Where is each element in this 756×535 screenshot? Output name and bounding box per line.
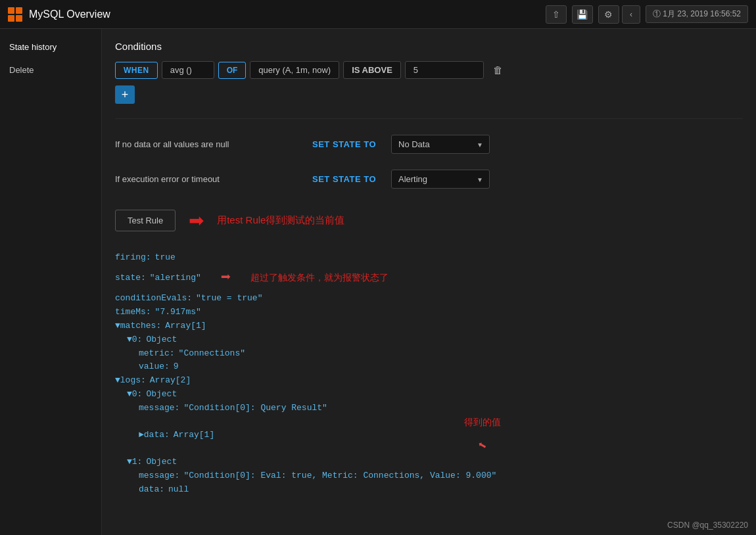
- share-button[interactable]: ⇧: [546, 5, 567, 24]
- app-logo: [8, 7, 22, 22]
- code-line-data-row: ►data: Array[1] 得到的值 ➡: [115, 415, 743, 456]
- sidebar: State history Delete: [0, 29, 102, 535]
- trash-icon: 🗑: [493, 64, 503, 76]
- code-line-condition-evals: conditionEvals: "true = true": [115, 292, 743, 306]
- back-button[interactable]: ‹: [622, 5, 640, 24]
- when-tag: WHEN: [115, 62, 158, 79]
- watermark: CSDN @qq_35302220: [667, 521, 748, 530]
- content-area: Conditions WHEN avg () OF query (A, 1m, …: [102, 29, 756, 535]
- value-annotation-block: 得到的值 ➡: [464, 415, 501, 456]
- save-button[interactable]: 💾: [572, 5, 593, 24]
- code-line-message-1: message: "Condition[0]: Eval: true, Metr…: [115, 469, 743, 483]
- chevron-left-icon: ‹: [630, 10, 632, 19]
- topbar: MySQL Overview ⇧ 💾 ⚙ ‹ ① 1月 23, 2019 16:…: [0, 0, 756, 29]
- share-icon: ⇧: [552, 9, 560, 20]
- main-layout: State history Delete Conditions WHEN avg…: [0, 29, 756, 535]
- no-data-dropdown-wrapper: No Data Alerting Keep State OK: [391, 135, 490, 154]
- execution-error-dropdown[interactable]: No Data Alerting Keep State OK: [391, 170, 490, 189]
- code-line-data: ►data: Array[1]: [139, 429, 214, 442]
- code-line-message-0: message: "Condition[0]: Query Result": [115, 402, 743, 415]
- topbar-actions: ⇧ 💾 ⚙: [546, 5, 619, 24]
- plus-icon: +: [122, 88, 129, 102]
- conditions-title: Conditions: [115, 41, 743, 52]
- sidebar-item-state-history[interactable]: State history: [0, 35, 101, 58]
- arrow-value-icon: ➡: [473, 432, 492, 456]
- add-condition-button[interactable]: +: [115, 85, 135, 104]
- no-data-label: If no data or all values are null: [115, 139, 312, 149]
- of-tag: OF: [218, 62, 247, 79]
- condition-row: WHEN avg () OF query (A, 1m, now) IS ABO…: [115, 61, 743, 79]
- delete-condition-button[interactable]: 🗑: [488, 62, 508, 78]
- arrow-state-icon: ➡: [221, 265, 231, 292]
- arrow-right-icon: ➡: [189, 212, 204, 230]
- no-data-state-row: If no data or all values are null SET ST…: [115, 129, 743, 159]
- code-line-state-row: state: "alerting" ➡ 超过了触发条件，就为报警状态了: [115, 265, 743, 292]
- page-title: MySQL Overview: [29, 9, 110, 20]
- gear-icon: ⚙: [604, 9, 613, 20]
- test-rule-button[interactable]: Test Rule: [115, 210, 176, 231]
- test-rule-section: Test Rule ➡ 用test Rule得到测试的当前值: [115, 210, 743, 231]
- set-state-label-1: SET STATE TO: [312, 139, 391, 149]
- test-rule-annotation: 用test Rule得到测试的当前值: [217, 214, 344, 227]
- execution-error-state-row: If execution error or timeout SET STATE …: [115, 164, 743, 194]
- threshold-value[interactable]: 5: [405, 61, 484, 79]
- state-section: If no data or all values are null SET ST…: [115, 118, 743, 194]
- topbar-nav: ‹ ① 1月 23, 2019 16:56:52: [622, 5, 748, 24]
- code-output: firing: true state: "alerting" ➡ 超过了触发条件…: [115, 244, 743, 503]
- code-line-log-1: ▼1: Object: [115, 455, 743, 469]
- settings-button[interactable]: ⚙: [598, 5, 619, 24]
- code-line-matches: ▼matches: Array[1]: [115, 319, 743, 333]
- code-line-firing: firing: true: [115, 251, 743, 265]
- execution-error-dropdown-wrapper: No Data Alerting Keep State OK: [391, 170, 490, 189]
- code-line-logs: ▼logs: Array[2]: [115, 374, 743, 388]
- topbar-logo: MySQL Overview: [8, 7, 546, 22]
- code-line-metric: metric: "Connections": [115, 347, 743, 361]
- execution-error-label: If execution error or timeout: [115, 174, 312, 184]
- no-data-dropdown[interactable]: No Data Alerting Keep State OK: [391, 135, 490, 154]
- condition-query[interactable]: query (A, 1m, now): [250, 61, 339, 79]
- save-icon: 💾: [577, 9, 588, 20]
- code-line-state: state: "alerting": [115, 271, 201, 285]
- state-annotation: 超过了触发条件，就为报警状态了: [250, 271, 389, 285]
- condition-func[interactable]: avg (): [162, 61, 214, 79]
- set-state-label-2: SET STATE TO: [312, 174, 391, 184]
- value-annotation: 得到的值: [464, 415, 501, 430]
- timestamp: ① 1月 23, 2019 16:56:52: [646, 5, 748, 23]
- code-line-log-0: ▼0: Object: [115, 388, 743, 402]
- code-line-value: value: 9: [115, 360, 743, 374]
- code-line-timems: timeMs: "7.917ms": [115, 306, 743, 319]
- sidebar-item-delete[interactable]: Delete: [0, 58, 101, 81]
- code-line-data-null: data: null: [115, 483, 743, 497]
- code-line-match-0: ▼0: Object: [115, 333, 743, 347]
- is-above-tag: IS ABOVE: [343, 61, 401, 79]
